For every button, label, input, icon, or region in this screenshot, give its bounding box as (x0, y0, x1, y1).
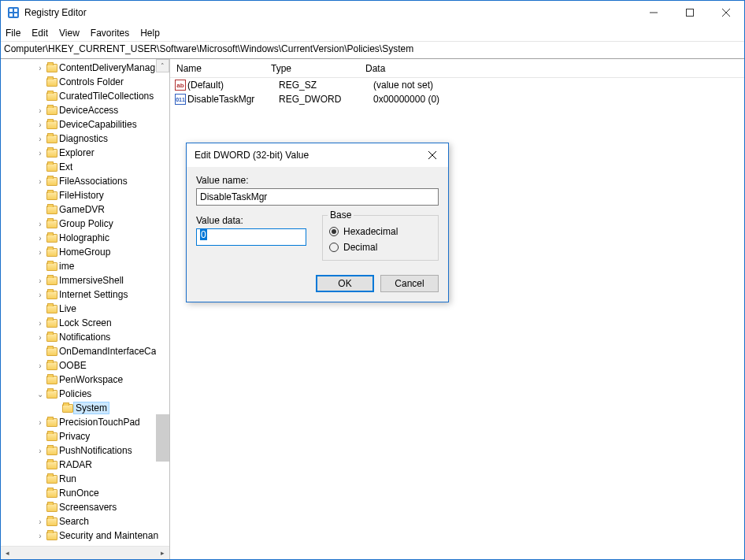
col-header-type[interactable]: Type (265, 63, 359, 74)
tree-item[interactable]: ›DeviceCapabilities (1, 117, 169, 132)
chevron-right-icon[interactable]: › (35, 532, 45, 540)
tree-item[interactable]: Ext (1, 160, 169, 174)
chevron-right-icon[interactable]: › (35, 106, 45, 115)
tree-item[interactable]: ›Group Policy (1, 217, 169, 231)
folder-icon (61, 404, 75, 413)
menu-help[interactable]: Help (140, 28, 160, 39)
col-header-data[interactable]: Data (359, 63, 744, 74)
chevron-right-icon[interactable]: › (35, 291, 45, 299)
minimize-button[interactable] (636, 1, 672, 24)
tree-item[interactable]: CuratedTileCollections (1, 89, 169, 103)
folder-icon (45, 305, 59, 313)
tree-item[interactable]: ›PushNotifications (1, 443, 169, 458)
tree-item[interactable]: Live (1, 302, 169, 316)
folder-icon (45, 489, 59, 498)
tree-item[interactable]: ›Holographic (1, 231, 169, 245)
dialog-title: Edit DWORD (32-bit) Value (195, 150, 417, 161)
tree-item-label: ImmersiveShell (59, 275, 124, 286)
tree-item-label: PrecisionTouchPad (59, 417, 140, 428)
chevron-right-icon[interactable]: › (35, 447, 45, 455)
list-row[interactable]: 011DisableTaskMgrREG_DWORD0x00000000 (0) (170, 92, 744, 106)
close-button[interactable] (708, 1, 744, 24)
cancel-button[interactable]: Cancel (380, 275, 439, 292)
folder-icon (45, 206, 59, 214)
tree-item-label: Holographic (59, 232, 109, 243)
tree-item[interactable]: ›Diagnostics (1, 132, 169, 146)
content: ˄ ›ContentDeliveryManagControls FolderCu… (1, 59, 744, 559)
folder-icon (45, 461, 59, 469)
tree-item[interactable]: ›ContentDeliveryManag (1, 61, 169, 75)
radio-hexadecimal[interactable]: Hexadecimal (329, 224, 432, 239)
tree-item-label: Security and Maintenan (59, 530, 158, 541)
tree-item[interactable]: ›Internet Settings (1, 287, 169, 302)
radio-decimal[interactable]: Decimal (329, 239, 432, 255)
menu-view[interactable]: View (59, 28, 80, 39)
tree-item-label: Group Policy (59, 218, 113, 229)
menu-edit[interactable]: Edit (32, 28, 48, 39)
tree-item[interactable]: ›FileAssociations (1, 174, 169, 188)
tree-item[interactable]: ›PrecisionTouchPad (1, 415, 169, 429)
tree-item[interactable]: ›OOBE (1, 358, 169, 373)
chevron-right-icon[interactable]: › (35, 362, 45, 370)
tree-item[interactable]: RunOnce (1, 486, 169, 500)
tree-item[interactable]: Privacy (1, 429, 169, 443)
tree-item-label: ime (59, 261, 74, 272)
tree-item[interactable]: ›Notifications (1, 330, 169, 344)
tree-item[interactable]: OnDemandInterfaceCa (1, 344, 169, 358)
menu-file[interactable]: File (6, 28, 20, 39)
address-bar[interactable]: Computer\HKEY_CURRENT_USER\Software\Micr… (1, 42, 744, 59)
value-name-input[interactable] (196, 188, 439, 206)
tree-item[interactable]: ›Explorer (1, 146, 169, 160)
chevron-right-icon[interactable]: › (35, 64, 45, 72)
tree-item[interactable]: ›ImmersiveShell (1, 273, 169, 287)
col-header-name[interactable]: Name (170, 63, 265, 74)
chevron-right-icon[interactable]: › (35, 418, 45, 427)
reg-sz-icon: ab (173, 80, 187, 91)
folder-icon (45, 475, 59, 484)
chevron-right-icon[interactable]: › (35, 517, 45, 526)
chevron-right-icon[interactable]: › (35, 220, 45, 228)
chevron-right-icon[interactable]: › (35, 276, 45, 285)
tree-item[interactable]: GameDVR (1, 202, 169, 217)
base-legend: Base (328, 210, 354, 221)
chevron-right-icon[interactable]: › (35, 333, 45, 342)
chevron-right-icon[interactable]: › (35, 149, 45, 158)
tree-item[interactable]: ime (1, 259, 169, 273)
tree-item[interactable]: PenWorkspace (1, 373, 169, 387)
tree-item[interactable]: ›Security and Maintenan (1, 528, 169, 543)
tree-item[interactable]: ⌄Policies (1, 387, 169, 401)
chevron-right-icon[interactable]: › (35, 135, 45, 143)
tree: ›ContentDeliveryManagControls FolderCura… (1, 59, 169, 543)
tree-hscroll[interactable]: ◂ ▸ (1, 546, 169, 559)
menubar: File Edit View Favorites Help (1, 24, 744, 42)
chevron-down-icon[interactable]: ⌄ (35, 390, 45, 399)
maximize-button[interactable] (672, 1, 708, 24)
tree-item[interactable]: FileHistory (1, 188, 169, 202)
tree-item[interactable]: RADAR (1, 458, 169, 472)
chevron-right-icon[interactable]: › (35, 248, 45, 257)
tree-item[interactable]: ›Lock Screen (1, 316, 169, 330)
value-data-text: 0 (200, 229, 207, 240)
tree-item[interactable]: Controls Folder (1, 75, 169, 89)
hscroll-left-icon[interactable]: ◂ (1, 547, 14, 560)
list-row[interactable]: ab(Default)REG_SZ(value not set) (170, 78, 744, 92)
dialog-close-button[interactable] (417, 143, 448, 167)
menu-favorites[interactable]: Favorites (91, 28, 129, 39)
folder-icon (45, 262, 59, 271)
tree-item-label: Privacy (59, 431, 90, 442)
tree-item[interactable]: Run (1, 472, 169, 486)
ok-button[interactable]: OK (316, 275, 374, 292)
radio-hex-label: Hexadecimal (343, 226, 398, 237)
folder-icon (45, 291, 59, 299)
chevron-right-icon[interactable]: › (35, 177, 45, 186)
tree-item[interactable]: Screensavers (1, 500, 169, 514)
hscroll-right-icon[interactable]: ▸ (156, 547, 169, 560)
tree-item[interactable]: System (1, 401, 169, 415)
chevron-right-icon[interactable]: › (35, 234, 45, 243)
chevron-right-icon[interactable]: › (35, 319, 45, 328)
tree-item[interactable]: ›Search (1, 514, 169, 528)
tree-item[interactable]: ›DeviceAccess (1, 103, 169, 117)
chevron-right-icon[interactable]: › (35, 121, 45, 129)
tree-item[interactable]: ›HomeGroup (1, 245, 169, 259)
value-data-input[interactable]: 0 (196, 228, 306, 246)
